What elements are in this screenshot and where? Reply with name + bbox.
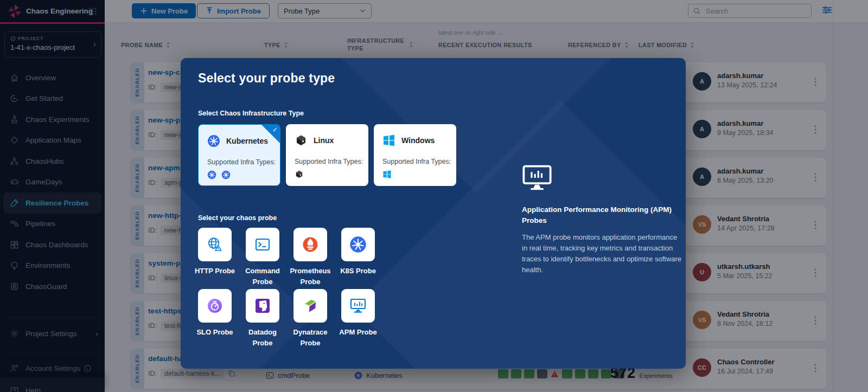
infra-type-section-label: Select Chaos Infrastructure Type xyxy=(198,110,304,117)
probe-tile-label[interactable]: Dynatrace Probe xyxy=(286,327,335,348)
slo-probe-icon xyxy=(206,297,224,314)
probe-tile-http-probe[interactable] xyxy=(198,228,232,261)
kubernetes-icon xyxy=(207,134,220,147)
apm-info-description: The APM probe monitors application perfo… xyxy=(522,232,682,276)
kubernetes-icon xyxy=(207,170,216,179)
infra-card-kubernetes[interactable]: ✓KubernetesSupported Infra Types: xyxy=(198,124,280,186)
check-icon: ✓ xyxy=(272,126,278,133)
supported-infra-icons xyxy=(295,170,304,179)
apm-info-title: Application Performance Monitoring (APM)… xyxy=(522,204,679,227)
http-probe-icon xyxy=(206,236,224,253)
chaos-probe-section-label: Select your chaos probe xyxy=(198,214,277,222)
probe-tile-label[interactable]: HTTP Probe xyxy=(190,266,239,277)
supported-infra-label: Supported Infra Types: xyxy=(207,158,276,166)
probe-tile-slo-probe[interactable] xyxy=(198,289,232,323)
prometheus-probe-icon xyxy=(302,236,319,253)
command-probe-icon xyxy=(254,236,271,253)
linux-icon xyxy=(295,170,304,179)
kubernetes-icon xyxy=(349,236,367,253)
kubernetes-icon xyxy=(221,170,231,179)
linux-icon xyxy=(295,134,308,147)
windows-icon xyxy=(382,134,395,147)
probe-tile-prometheus-probe[interactable] xyxy=(293,228,327,261)
dynatrace-probe-icon xyxy=(302,297,319,314)
probe-type-modal: Select your probe type Select Chaos Infr… xyxy=(181,58,686,369)
probe-tile-k8s-probe[interactable] xyxy=(341,228,375,261)
monitor-icon xyxy=(522,164,552,191)
probe-tile-datadog-probe[interactable] xyxy=(246,289,279,323)
probe-tile-dynatrace-probe[interactable] xyxy=(293,289,327,323)
apm-probe-icon xyxy=(349,297,367,314)
probe-tile-label[interactable]: Prometheus Probe xyxy=(286,266,335,287)
windows-icon xyxy=(382,170,392,179)
modal-title: Select your probe type xyxy=(198,71,335,86)
probe-tile-apm-probe[interactable] xyxy=(341,289,375,323)
probe-tile-label[interactable]: K8S Probe xyxy=(334,266,382,277)
supported-infra-icons xyxy=(207,170,231,179)
probe-tile-label[interactable]: APM Probe xyxy=(334,327,382,338)
probe-tile-label[interactable]: Datadog Probe xyxy=(238,327,287,348)
infra-card-windows[interactable]: WindowsSupported Infra Types: xyxy=(374,124,456,186)
apm-info-panel: Application Performance Monitoring (APM)… xyxy=(522,164,685,275)
probe-tile-command-probe[interactable] xyxy=(246,228,279,261)
probe-tile-label[interactable]: Command Probe xyxy=(238,266,287,287)
supported-infra-icons xyxy=(382,170,392,179)
supported-infra-label: Supported Infra Types: xyxy=(295,158,363,165)
supported-infra-label: Supported Infra Types: xyxy=(382,158,451,165)
infra-card-linux[interactable]: LinuxSupported Infra Types: xyxy=(286,124,368,186)
probe-tile-label[interactable]: SLO Probe xyxy=(190,327,239,338)
datadog-probe-icon xyxy=(254,297,271,314)
